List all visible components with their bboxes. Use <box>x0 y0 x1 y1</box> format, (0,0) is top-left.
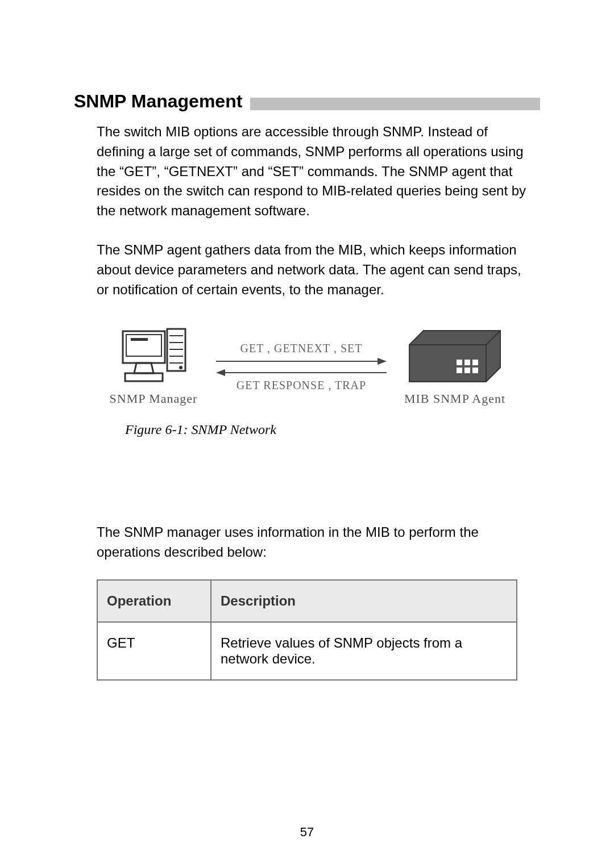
snmp-diagram: SNMP Manager GET , GETNEXT , SET GET RES… <box>97 328 517 406</box>
arrow-right-icon <box>210 356 392 366</box>
col-header-description: Description <box>211 580 517 622</box>
col-header-operation: Operation <box>97 580 211 622</box>
table-row: GET Retrieve values of SNMP objects from… <box>97 622 517 680</box>
page-number: 57 <box>0 825 614 840</box>
mib-agent-label: MIB SNMP Agent <box>404 391 505 406</box>
svg-rect-20 <box>472 368 478 373</box>
svg-rect-0 <box>123 331 165 363</box>
cell-description: Retrieve values of SNMP objects from a n… <box>211 622 517 680</box>
svg-marker-14 <box>216 369 225 376</box>
figure-caption: Figure 6-1: SNMP Network <box>125 422 517 437</box>
svg-point-10 <box>179 366 182 369</box>
svg-rect-19 <box>464 368 470 373</box>
svg-marker-12 <box>377 358 387 365</box>
arrow-left-icon <box>210 368 392 378</box>
operations-table-wrap: Operation Description GET Retrieve value… <box>97 579 517 681</box>
page: SNMP Management The switch MIB options a… <box>0 0 614 868</box>
snmp-manager-block: SNMP Manager <box>102 328 205 406</box>
section-heading-row: SNMP Management <box>74 91 540 112</box>
section-heading: SNMP Management <box>74 91 250 112</box>
svg-rect-16 <box>464 360 470 365</box>
snmp-manager-label: SNMP Manager <box>110 391 198 406</box>
response-commands-label: GET RESPONSE , TRAP <box>237 379 366 392</box>
svg-rect-18 <box>457 368 462 373</box>
svg-rect-2 <box>131 338 148 341</box>
table-header-row: Operation Description <box>97 580 517 622</box>
cell-operation: GET <box>97 622 211 680</box>
request-commands-label: GET , GETNEXT , SET <box>240 342 363 355</box>
snmp-arrows-block: GET , GETNEXT , SET GET RESPONSE , TRAP <box>205 342 398 392</box>
svg-rect-15 <box>457 360 462 365</box>
heading-accent-bar <box>250 98 540 110</box>
operations-table: Operation Description GET Retrieve value… <box>97 579 517 681</box>
paragraph-3: The SNMP manager uses information in the… <box>97 523 534 562</box>
mib-agent-block: MIB SNMP Agent <box>398 328 512 406</box>
paragraph-2: The SNMP agent gathers data from the MIB… <box>97 240 534 299</box>
figure-snmp-network: SNMP Manager GET , GETNEXT , SET GET RES… <box>97 328 517 437</box>
computer-icon <box>119 328 188 385</box>
svg-rect-1 <box>126 335 161 356</box>
svg-rect-3 <box>125 373 163 381</box>
network-device-icon <box>406 328 503 385</box>
paragraph-1: The switch MIB options are accessible th… <box>97 122 534 221</box>
svg-rect-17 <box>472 360 478 365</box>
